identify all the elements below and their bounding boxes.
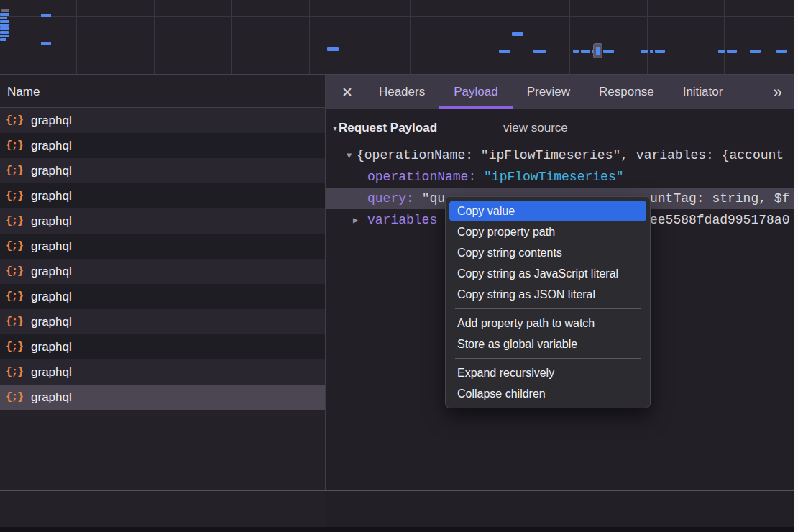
payload-operation-row[interactable]: operationName: "ipFlowTimeseries": [326, 166, 794, 188]
request-name-label: graphql: [31, 239, 72, 254]
context-menu-item-label: Copy property path: [457, 226, 555, 238]
waterfall-bar: [41, 42, 51, 45]
request-name-label: graphql: [31, 214, 72, 229]
details-tabs: HeadersPayloadPreviewResponseInitiator: [364, 75, 737, 109]
request-name-label: graphql: [31, 290, 72, 304]
waterfall-bar: [533, 50, 546, 53]
json-request-icon: {;}: [6, 240, 23, 252]
request-name-label: graphql: [31, 340, 72, 354]
request-rows: {;} graphql {;} graphql {;} graphql: [0, 108, 325, 490]
details-tab[interactable]: Response: [584, 75, 669, 109]
details-tab[interactable]: Initiator: [669, 75, 738, 109]
json-request-icon: {;}: [6, 215, 23, 227]
context-menu-item[interactable]: Expand recursively: [449, 362, 646, 383]
network-request-row[interactable]: {;} graphql: [0, 108, 325, 133]
waterfall-bar: [650, 50, 653, 53]
overview-gridline-horizontal: [0, 16, 794, 17]
network-request-row[interactable]: {;} graphql: [0, 309, 325, 334]
context-menu-item-label: Add property path to watch: [457, 317, 595, 329]
overview-selected-request-bar: [596, 47, 600, 55]
network-request-row[interactable]: {;} graphql: [0, 158, 325, 183]
disclosure-right-icon[interactable]: ▶: [353, 210, 367, 231]
query-value-left: "qu: [422, 191, 445, 206]
context-menu: Copy value Copy property path Copy strin…: [445, 196, 651, 408]
json-request-icon: {;}: [6, 190, 23, 202]
context-menu-item-label: Store as global variable: [457, 338, 577, 350]
waterfall-bar: [499, 50, 510, 53]
waterfall-bar: [727, 50, 737, 53]
overview-gridline-vertical: [231, 0, 232, 75]
name-column-header[interactable]: Name: [0, 75, 325, 108]
request-payload-section[interactable]: ▾ Request Payload view source: [326, 118, 794, 138]
network-request-row[interactable]: {;} graphql: [0, 234, 325, 259]
footer-right-area: [326, 491, 794, 527]
context-menu-item[interactable]: Collapse children: [449, 383, 646, 404]
context-menu-item[interactable]: [455, 308, 641, 309]
request-name-label: graphql: [31, 139, 72, 153]
payload-root-row[interactable]: ▼{operationName: "ipFlowTimeseries", var…: [326, 145, 794, 166]
overview-gridline-vertical: [647, 0, 648, 75]
waterfall-bar: [641, 50, 648, 53]
overview-gridline-vertical: [724, 0, 725, 75]
network-overview-timeline[interactable]: [0, 0, 794, 75]
context-menu-item-label: Collapse children: [457, 387, 546, 400]
network-request-row[interactable]: {;} graphql: [0, 385, 325, 410]
more-tabs-chevron-icon[interactable]: »: [773, 75, 782, 109]
context-menu-item[interactable]: Copy value: [449, 201, 646, 221]
context-menu-item[interactable]: Add property path to watch: [449, 313, 646, 334]
request-name-label: graphql: [31, 315, 72, 329]
context-menu-item[interactable]: Copy property path: [449, 221, 646, 242]
context-menu-item[interactable]: Copy string contents: [449, 242, 646, 263]
close-icon[interactable]: ✕: [341, 84, 353, 101]
overview-gridline-vertical: [410, 0, 411, 75]
waterfall-bar: [0, 35, 9, 37]
waterfall-bar: [0, 17, 7, 19]
waterfall-bar: [573, 50, 579, 53]
network-request-row[interactable]: {;} graphql: [0, 183, 325, 208]
request-name-label: graphql: [31, 265, 72, 279]
waterfall-bar: [655, 50, 665, 53]
disclosure-down-icon[interactable]: ▼: [347, 145, 357, 167]
tab-label: Payload: [454, 85, 497, 98]
section-title: Request Payload: [339, 121, 437, 135]
operation-key: operationName:: [367, 170, 476, 184]
json-request-icon: {;}: [6, 265, 23, 278]
network-request-row[interactable]: {;} graphql: [0, 284, 325, 309]
request-name-label: graphql: [31, 164, 72, 178]
details-tab[interactable]: Preview: [513, 75, 584, 109]
waterfall-bar: [0, 27, 9, 30]
network-request-row[interactable]: {;} graphql: [0, 359, 325, 385]
devtools-screenshot: Name {;} graphql {;} graphql: [0, 0, 798, 532]
tab-label: Response: [599, 85, 654, 98]
request-list-panel: Name {;} graphql {;} graphql: [0, 75, 326, 490]
network-panel-main: Name {;} graphql {;} graphql: [0, 75, 794, 490]
context-menu-item-label: Expand recursively: [457, 367, 554, 379]
context-menu-item[interactable]: Copy string as JavaScript literal: [449, 263, 646, 284]
context-menu-item-label: Copy string as JSON literal: [457, 288, 595, 301]
payload-summary-text: {operationName: "ipFlowTimeseries", vari…: [357, 148, 784, 162]
waterfall-bar: [1, 9, 9, 12]
overview-gridline-vertical: [76, 0, 77, 75]
context-menu-item[interactable]: Store as global variable: [449, 334, 646, 354]
waterfall-bar: [0, 38, 6, 41]
devtools-window: Name {;} graphql {;} graphql: [0, 0, 794, 527]
view-source-link[interactable]: view source: [503, 121, 568, 135]
context-menu-item-label: Copy string contents: [457, 247, 562, 259]
json-request-icon: {;}: [6, 366, 23, 378]
context-menu-item[interactable]: Copy string as JSON literal: [449, 284, 646, 305]
context-menu-item[interactable]: [455, 358, 641, 359]
section-collapse-caret-icon[interactable]: ▾: [333, 123, 337, 133]
variables-key: variables: [367, 213, 437, 227]
details-tab[interactable]: Payload: [439, 75, 512, 109]
tab-label: Initiator: [683, 85, 723, 98]
details-tab[interactable]: Headers: [364, 75, 439, 109]
context-menu-item-label: Copy string as JavaScript literal: [457, 267, 618, 280]
network-request-row[interactable]: {;} graphql: [0, 133, 325, 158]
network-request-row[interactable]: {;} graphql: [0, 259, 325, 284]
request-name-label: graphql: [31, 365, 72, 380]
overview-gridline-vertical: [492, 0, 492, 75]
context-menu-item-label: Copy value: [457, 205, 515, 217]
network-request-row[interactable]: {;} graphql: [0, 334, 325, 359]
network-request-row[interactable]: {;} graphql: [0, 208, 325, 234]
waterfall-bar: [41, 14, 51, 17]
